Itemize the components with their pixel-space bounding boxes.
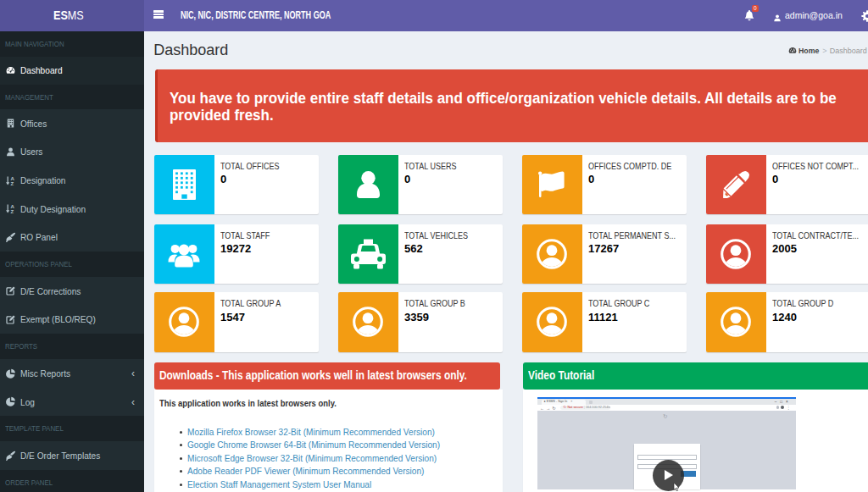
svg-text:A: A [11,204,15,209]
svg-text:A: A [11,175,15,180]
svg-text:Z: Z [11,181,14,186]
svg-text:Z: Z [11,209,14,214]
